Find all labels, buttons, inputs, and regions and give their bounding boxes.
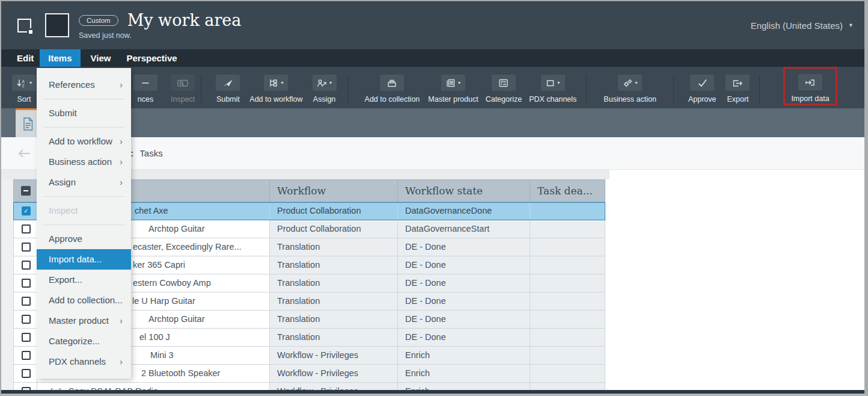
sort-button[interactable]: AZ▾ Sort	[12, 75, 36, 104]
row-checkbox[interactable]	[22, 369, 31, 378]
gears-icon	[623, 79, 633, 87]
import-icon	[805, 78, 815, 87]
toolbar-separator	[586, 76, 587, 104]
toolbar-separator	[347, 76, 348, 104]
master-product-button[interactable]: ▾ Master product	[428, 75, 478, 104]
inspect-button[interactable]: Inspect	[171, 75, 195, 104]
menu-item-references[interactable]: References	[37, 75, 131, 95]
references-button[interactable]: nces	[133, 75, 157, 104]
assign-button[interactable]: ▾ Assign	[313, 75, 337, 104]
chevron-down-icon: ▾	[29, 81, 32, 85]
add-to-workflow-button[interactable]: ▾ Add to workflow	[249, 75, 302, 104]
approve-button[interactable]: Approve	[688, 75, 717, 104]
import-data-highlight-box: Import data	[783, 67, 837, 105]
export-icon	[732, 79, 743, 87]
chevron-down-icon: ▾	[281, 81, 283, 85]
inspect-icon	[177, 79, 188, 87]
toolbar-separator	[759, 76, 760, 104]
back-arrow-icon[interactable]	[17, 149, 31, 158]
table-row[interactable]: Sony DS41 DAB Radio Workflow - Privilege…	[13, 383, 605, 390]
select-all-checkbox[interactable]	[21, 186, 31, 196]
dash-icon	[141, 79, 150, 87]
row-checkbox[interactable]	[22, 315, 31, 324]
menu-divider	[43, 99, 124, 99]
chevron-down-icon: ▼	[848, 22, 854, 28]
menu-item-submit[interactable]: Submit	[37, 103, 131, 123]
document-icon	[22, 117, 34, 131]
menubar: Edit Items View Perspective	[1, 49, 864, 67]
menu-item-pdx-channels[interactable]: PDX channels	[37, 351, 131, 372]
saved-status: Saved just now.	[79, 31, 241, 40]
items-context-menu: References Submit Add to workflow Busine…	[37, 68, 131, 379]
menu-view[interactable]: View	[85, 49, 117, 67]
workflow-icon	[269, 79, 278, 87]
column-header-workflow[interactable]: Workflow	[270, 179, 398, 202]
menu-perspective[interactable]: Perspective	[121, 49, 182, 67]
chevron-down-icon: ▾	[557, 81, 560, 85]
import-data-button[interactable]: Import data	[791, 74, 829, 103]
menu-divider	[43, 127, 124, 128]
toolbar-separator	[201, 76, 201, 104]
master-product-icon	[446, 79, 456, 87]
row-checkbox[interactable]: ✓	[22, 206, 31, 215]
row-checkbox[interactable]	[22, 279, 31, 288]
toolbar-separator	[673, 76, 674, 104]
menu-divider	[43, 224, 124, 225]
left-margin	[1, 179, 13, 390]
categorize-icon	[498, 79, 509, 87]
menu-item-business-action[interactable]: Business action	[37, 152, 131, 172]
row-checkbox[interactable]	[22, 243, 31, 252]
assign-icon	[317, 79, 327, 87]
collection-icon	[387, 79, 397, 87]
business-action-button[interactable]: ▾ Business action	[604, 75, 656, 104]
page-title: My work area	[127, 11, 242, 29]
menu-items[interactable]: Items	[40, 49, 80, 67]
chevron-down-icon: ▾	[635, 81, 638, 85]
bottom-bar	[1, 390, 864, 394]
menu-item-inspect: Inspect	[37, 200, 131, 221]
menu-item-master-product[interactable]: Master product	[37, 311, 131, 331]
menu-item-add-to-collection[interactable]: Add to collection...	[37, 290, 131, 311]
chevron-down-icon: ▾	[329, 81, 332, 85]
menu-item-categorize[interactable]: Categorize...	[37, 331, 131, 351]
row-checkbox[interactable]	[22, 333, 31, 342]
pdx-channels-button[interactable]: ▾ PDX channels	[529, 75, 576, 104]
row-checkbox[interactable]	[22, 297, 31, 306]
row-checkbox[interactable]	[22, 261, 31, 270]
chevron-down-icon: ▾	[458, 81, 460, 85]
send-icon	[222, 79, 233, 87]
column-header-workflow-state[interactable]: Workflow state	[398, 179, 530, 202]
menu-item-approve[interactable]: Approve	[37, 229, 131, 249]
menu-edit[interactable]: Edit	[11, 49, 39, 67]
language-selector[interactable]: English (United States) ▼	[751, 20, 854, 31]
app-window: Custom My work area Saved just now. Engl…	[0, 0, 868, 396]
menu-item-export[interactable]: Export...	[37, 270, 131, 290]
export-button[interactable]: Export	[726, 75, 750, 104]
svg-text:Z: Z	[22, 83, 25, 87]
row-checkbox[interactable]	[22, 351, 31, 360]
menu-item-assign[interactable]: Assign	[37, 172, 131, 193]
row-checkbox[interactable]	[22, 224, 31, 234]
language-label: English (United States)	[751, 20, 843, 31]
menu-divider	[43, 196, 124, 197]
crumb-value: Tasks	[139, 148, 162, 158]
check-icon	[697, 79, 708, 87]
workarea-logo	[45, 13, 69, 37]
menu-item-add-to-workflow[interactable]: Add to workflow	[37, 131, 131, 152]
submit-button[interactable]: Submit	[216, 75, 240, 104]
categorize-button[interactable]: Categorize	[486, 75, 522, 104]
pdx-channels-icon	[546, 79, 555, 87]
custom-badge: Custom	[79, 15, 118, 26]
workarea-select-icon[interactable]	[17, 19, 31, 32]
app-header: Custom My work area Saved just now. Engl…	[1, 1, 864, 49]
add-to-collection-button[interactable]: Add to collection	[365, 75, 420, 104]
svg-text:A: A	[22, 79, 25, 83]
column-header-task-deadline[interactable]: Task dea...	[530, 179, 605, 202]
menu-item-import-data[interactable]: Import data...	[37, 249, 131, 270]
sort-icon: AZ	[16, 79, 27, 87]
